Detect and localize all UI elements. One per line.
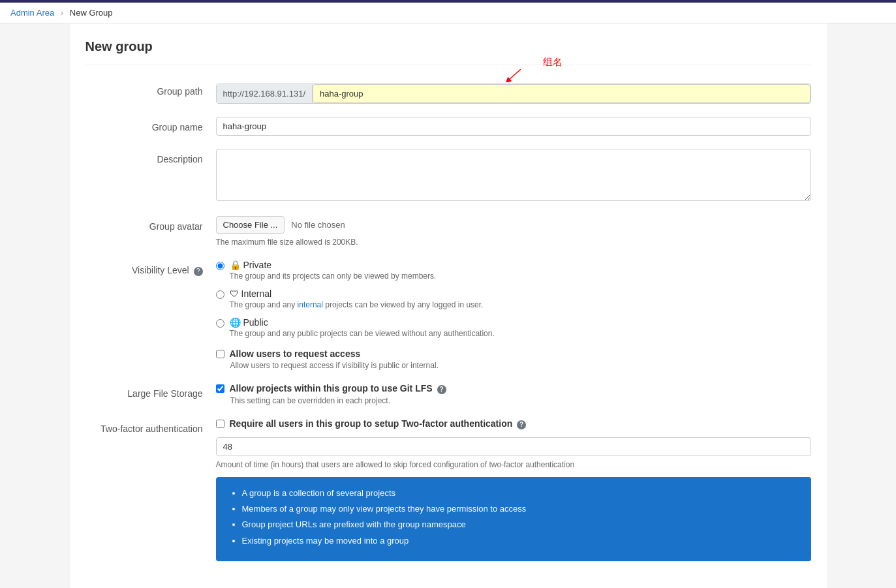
info-box: A group is a collection of several proje…: [216, 477, 811, 561]
visibility-option-private: 🔒 Private The group and its projects can…: [216, 260, 811, 281]
info-item-2: Members of a group may only view project…: [242, 503, 798, 515]
description-group: Description: [85, 149, 811, 203]
group-path-control: 组名 http://192.168.91.131/: [216, 81, 811, 104]
visibility-option-content-internal: 🛡 Internal The group and any internal pr…: [230, 288, 484, 309]
group-name-group: Group name: [85, 117, 811, 136]
description-input[interactable]: [216, 149, 811, 201]
two-factor-group: Two-factor authentication Require all us…: [85, 418, 811, 561]
breadcrumb: Admin Area › New Group: [0, 3, 896, 23]
lock-icon: 🔒: [230, 260, 241, 270]
visibility-desc-internal: The group and any internal projects can …: [230, 300, 484, 309]
group-path-wrapper: http://192.168.91.131/: [216, 84, 811, 104]
visibility-title-public: 🌐 Public: [230, 317, 268, 328]
breadcrumb-admin-link[interactable]: Admin Area: [10, 8, 54, 18]
lfs-desc: This setting can be overridden in each p…: [230, 396, 811, 405]
visibility-option-internal: 🛡 Internal The group and any internal pr…: [216, 288, 811, 309]
request-access-label-text: Allow users to request access: [230, 348, 361, 359]
info-item-4: Existing projects may be moved into a gr…: [242, 535, 798, 547]
two-factor-help-icon[interactable]: ?: [517, 420, 526, 429]
group-path-input[interactable]: [313, 84, 811, 103]
group-path-label: Group path: [85, 81, 216, 104]
group-avatar-label: Group avatar: [85, 216, 216, 247]
visibility-options: 🔒 Private The group and its projects can…: [216, 260, 811, 338]
visibility-control: 🔒 Private The group and its projects can…: [216, 260, 811, 370]
visibility-label: Visibility Level ?: [85, 260, 216, 370]
two-factor-hours-input[interactable]: [216, 437, 811, 456]
two-factor-checkbox-label[interactable]: Require all users in this group to setup…: [216, 418, 811, 429]
svg-line-0: [508, 69, 521, 81]
lfs-control: Allow projects within this group to use …: [216, 383, 811, 405]
no-file-label: No file chosen: [291, 220, 345, 230]
request-access-checkbox-label[interactable]: Allow users to request access: [216, 348, 811, 359]
two-factor-checkbox-text: Require all users in this group to setup…: [230, 418, 527, 429]
internal-link[interactable]: internal: [298, 300, 323, 309]
description-control: [216, 149, 811, 203]
shield-icon: 🛡: [230, 288, 239, 299]
lfs-checkbox-label[interactable]: Allow projects within this group to use …: [216, 383, 811, 394]
info-list: A group is a collection of several proje…: [229, 487, 798, 547]
breadcrumb-separator: ›: [61, 8, 63, 18]
annotation-arrow: [501, 69, 540, 82]
two-factor-control: Require all users in this group to setup…: [216, 418, 811, 561]
lfs-group: Large File Storage Allow projects within…: [85, 383, 811, 405]
file-input-wrapper: Choose File ... No file chosen: [216, 216, 811, 234]
description-label: Description: [85, 149, 216, 203]
two-factor-hours-desc: Amount of time (in hours) that users are…: [216, 460, 811, 469]
page-title: New group: [85, 39, 811, 65]
visibility-desc-private: The group and its projects can only be v…: [230, 271, 437, 281]
lfs-checkbox-text: Allow projects within this group to use …: [230, 383, 446, 394]
page-container: New group Group path 组名 http://192.168.9…: [70, 23, 827, 588]
visibility-option-content-public: 🌐 Public The group and any public projec…: [230, 317, 495, 338]
visibility-title-internal: 🛡 Internal: [230, 288, 272, 299]
choose-file-button[interactable]: Choose File ...: [216, 216, 285, 234]
visibility-help-icon[interactable]: ?: [194, 267, 203, 276]
visibility-radio-private[interactable]: [216, 262, 224, 270]
visibility-group: Visibility Level ? 🔒 Private The group a…: [85, 260, 811, 370]
group-avatar-group: Group avatar Choose File ... No file cho…: [85, 216, 811, 247]
breadcrumb-current: New Group: [70, 8, 113, 18]
group-name-control: [216, 117, 811, 136]
lfs-label: Large File Storage: [85, 383, 216, 405]
annotation-text: 组名: [543, 56, 563, 69]
request-access-section: Allow users to request access Allow user…: [216, 348, 811, 370]
request-access-desc: Allow users to request access if visibil…: [230, 361, 811, 370]
request-access-checkbox[interactable]: [216, 350, 224, 358]
lfs-checkbox[interactable]: [216, 384, 224, 393]
two-factor-hours-section: Amount of time (in hours) that users are…: [216, 437, 811, 469]
two-factor-label: Two-factor authentication: [85, 418, 216, 561]
visibility-title-private: 🔒 Private: [230, 260, 272, 270]
visibility-option-content-private: 🔒 Private The group and its projects can…: [230, 260, 437, 281]
two-factor-checkbox[interactable]: [216, 420, 224, 428]
file-hint: The maximum file size allowed is 200KB.: [216, 238, 811, 247]
info-item-1: A group is a collection of several proje…: [242, 487, 798, 499]
visibility-desc-public: The group and any public projects can be…: [230, 329, 495, 338]
group-path-group: Group path 组名 http://192.168.91.131/: [85, 81, 811, 104]
group-path-prefix: http://192.168.91.131/: [217, 84, 313, 103]
globe-icon: 🌐: [230, 317, 241, 328]
info-item-3: Group project URLs are prefixed with the…: [242, 519, 798, 531]
visibility-radio-internal[interactable]: [216, 290, 224, 299]
visibility-radio-public[interactable]: [216, 319, 224, 328]
group-name-label: Group name: [85, 117, 216, 136]
form-actions: Create group Cancel: [85, 581, 811, 588]
group-name-input[interactable]: [216, 117, 811, 136]
visibility-option-public: 🌐 Public The group and any public projec…: [216, 317, 811, 338]
group-avatar-control: Choose File ... No file chosen The maxim…: [216, 216, 811, 247]
lfs-help-icon[interactable]: ?: [437, 385, 446, 394]
